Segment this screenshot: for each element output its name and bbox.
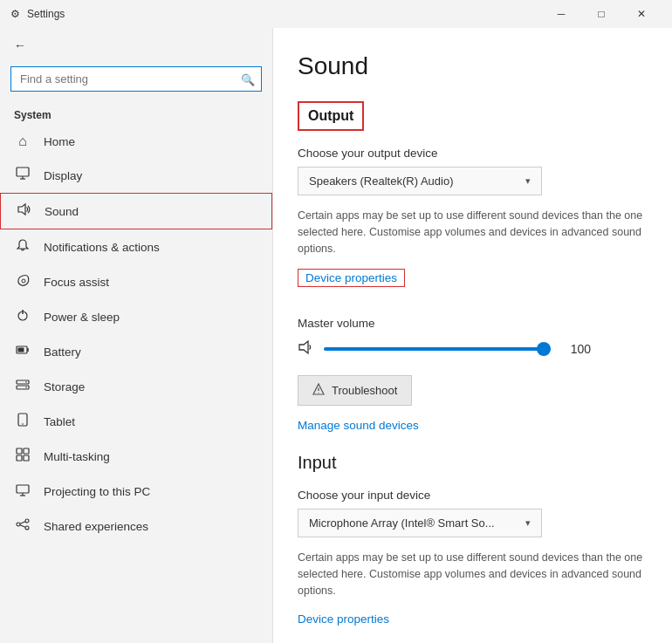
svg-rect-18 bbox=[24, 448, 29, 454]
output-device-label: Choose your output device bbox=[298, 147, 644, 160]
sidebar-item-shared[interactable]: Shared experiences bbox=[0, 509, 272, 544]
volume-section: Master volume 100 bbox=[298, 317, 644, 359]
back-icon: ← bbox=[14, 38, 26, 52]
volume-label: Master volume bbox=[298, 317, 644, 330]
search-icon: 🔍 bbox=[241, 72, 255, 86]
sidebar-item-label: Focus assist bbox=[44, 276, 109, 289]
home-icon: ⌂ bbox=[14, 133, 31, 149]
volume-row: 100 bbox=[298, 339, 644, 359]
multitasking-icon bbox=[14, 448, 31, 465]
output-section-header: Output bbox=[298, 101, 364, 131]
titlebar-left: ⚙ Settings bbox=[10, 8, 65, 20]
svg-line-27 bbox=[20, 522, 25, 523]
battery-icon bbox=[14, 343, 31, 360]
storage-icon bbox=[14, 378, 31, 395]
notifications-icon bbox=[14, 238, 31, 256]
svg-point-26 bbox=[25, 526, 29, 530]
sidebar-item-battery[interactable]: Battery bbox=[0, 334, 272, 369]
svg-marker-29 bbox=[299, 341, 308, 353]
titlebar-title: Settings bbox=[27, 8, 65, 20]
sidebar-item-projecting[interactable]: Projecting to this PC bbox=[0, 474, 272, 509]
svg-rect-20 bbox=[24, 455, 29, 461]
svg-line-28 bbox=[20, 525, 25, 527]
input-info-text: Certain apps may be set up to use differ… bbox=[298, 550, 644, 599]
sidebar-item-home[interactable]: ⌂ Home bbox=[0, 125, 272, 158]
sidebar-item-label: Shared experiences bbox=[44, 520, 148, 533]
svg-rect-11 bbox=[17, 380, 29, 384]
svg-rect-17 bbox=[17, 448, 22, 454]
sidebar-item-label: Sound bbox=[45, 205, 79, 218]
sound-icon bbox=[15, 202, 32, 220]
input-device-dropdown[interactable]: Microphone Array (Intel® Smart So... ▾ bbox=[298, 509, 542, 537]
app-body: ← 🔍 System ⌂ Home Display bbox=[0, 28, 672, 643]
sidebar-item-multitasking[interactable]: Multi-tasking bbox=[0, 439, 272, 474]
svg-rect-19 bbox=[17, 455, 22, 461]
sidebar-item-label: Notifications & actions bbox=[44, 241, 160, 254]
focus-icon bbox=[14, 273, 31, 291]
sidebar-item-notifications[interactable]: Notifications & actions bbox=[0, 229, 272, 264]
svg-point-25 bbox=[25, 519, 29, 523]
troubleshoot-button[interactable]: Troubleshoot bbox=[298, 375, 412, 406]
svg-point-24 bbox=[17, 523, 20, 526]
svg-rect-21 bbox=[17, 485, 29, 493]
input-section-title: Input bbox=[298, 453, 644, 473]
sidebar-item-display[interactable]: Display bbox=[0, 158, 272, 193]
display-icon bbox=[14, 167, 31, 184]
warning-icon bbox=[312, 383, 325, 398]
sidebar-item-label: Power & sleep bbox=[44, 311, 120, 324]
volume-slider[interactable] bbox=[324, 347, 551, 351]
svg-rect-0 bbox=[17, 168, 29, 176]
troubleshoot-label: Troubleshoot bbox=[332, 384, 397, 397]
content-area: Sound Output Choose your output device S… bbox=[272, 28, 672, 643]
input-device-properties-link[interactable]: Device properties bbox=[298, 612, 389, 626]
close-button[interactable]: ✕ bbox=[621, 0, 662, 28]
svg-point-4 bbox=[22, 279, 25, 283]
sidebar-item-label: Display bbox=[44, 169, 82, 182]
sidebar-item-sound[interactable]: Sound bbox=[0, 193, 272, 229]
svg-rect-12 bbox=[17, 386, 29, 389]
sidebar-item-label: Battery bbox=[44, 345, 81, 359]
maximize-button[interactable]: □ bbox=[581, 0, 621, 28]
sidebar-item-label: Home bbox=[44, 135, 75, 148]
output-section: Output Choose your output device Speaker… bbox=[298, 101, 644, 453]
search-input[interactable] bbox=[10, 66, 262, 92]
search-container: 🔍 bbox=[10, 66, 262, 92]
volume-icon bbox=[298, 339, 315, 359]
chevron-down-icon: ▾ bbox=[525, 517, 531, 529]
svg-point-14 bbox=[25, 386, 27, 388]
sidebar-item-label: Projecting to this PC bbox=[44, 485, 150, 498]
sidebar: ← 🔍 System ⌂ Home Display bbox=[0, 28, 272, 643]
minimize-button[interactable]: ─ bbox=[541, 0, 581, 28]
tablet-icon bbox=[14, 413, 31, 430]
output-device-dropdown[interactable]: Speakers (Realtek(R) Audio) ▾ bbox=[298, 167, 542, 195]
output-device-value: Speakers (Realtek(R) Audio) bbox=[309, 174, 453, 188]
sidebar-item-focus[interactable]: Focus assist bbox=[0, 264, 272, 299]
manage-sound-devices-link[interactable]: Manage sound devices bbox=[298, 419, 419, 432]
sidebar-item-label: Tablet bbox=[44, 415, 75, 428]
back-button[interactable]: ← bbox=[0, 28, 272, 63]
titlebar-controls: ─ □ ✕ bbox=[541, 0, 662, 28]
sidebar-item-label: Storage bbox=[44, 380, 85, 393]
shared-icon bbox=[14, 517, 31, 535]
sidebar-item-tablet[interactable]: Tablet bbox=[0, 404, 272, 439]
input-section: Input Choose your input device Microphon… bbox=[298, 453, 644, 643]
power-icon bbox=[14, 308, 31, 325]
sidebar-section-label: System bbox=[0, 102, 272, 125]
input-device-value: Microphone Array (Intel® Smart So... bbox=[309, 516, 495, 530]
output-info-text: Certain apps may be set up to use differ… bbox=[298, 208, 644, 257]
svg-rect-10 bbox=[18, 348, 24, 352]
svg-point-16 bbox=[22, 423, 24, 425]
sidebar-item-storage[interactable]: Storage bbox=[0, 369, 272, 404]
chevron-down-icon: ▾ bbox=[525, 175, 531, 187]
svg-point-13 bbox=[25, 381, 27, 383]
page-title: Sound bbox=[298, 52, 644, 80]
sidebar-item-power[interactable]: Power & sleep bbox=[0, 299, 272, 334]
svg-marker-3 bbox=[18, 204, 25, 215]
input-device-label: Choose your input device bbox=[298, 489, 644, 502]
titlebar: ⚙ Settings ─ □ ✕ bbox=[0, 0, 672, 28]
sidebar-item-label: Multi-tasking bbox=[44, 450, 110, 463]
projecting-icon bbox=[14, 482, 31, 500]
settings-icon: ⚙ bbox=[10, 8, 20, 20]
volume-value: 100 bbox=[559, 342, 591, 356]
device-properties-link[interactable]: Device properties bbox=[298, 269, 405, 287]
